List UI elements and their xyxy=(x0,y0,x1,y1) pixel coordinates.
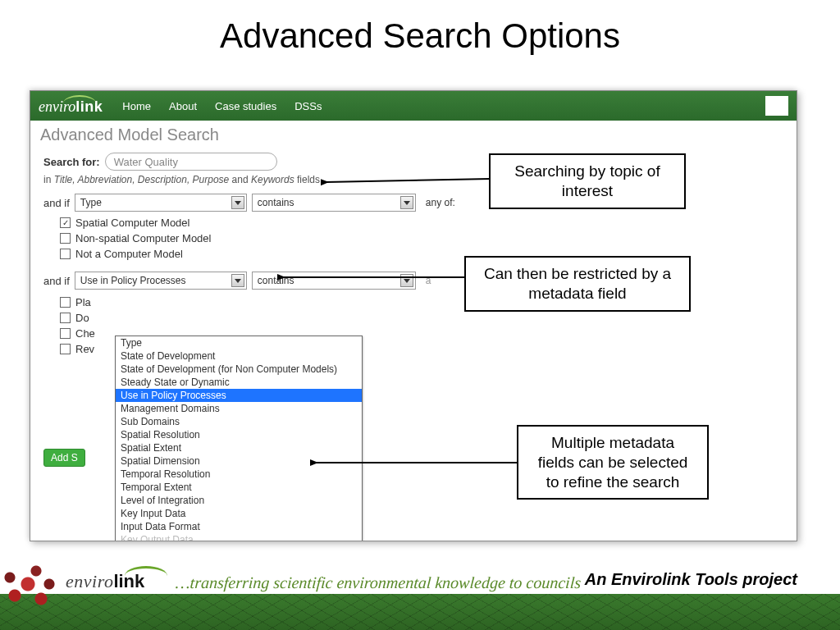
checkbox-notmodel[interactable] xyxy=(60,249,71,259)
dropdown-item[interactable]: Input Data Format xyxy=(116,520,362,533)
callout-topic: Searching by topic of interest xyxy=(489,153,686,209)
field-select-1-value: Type xyxy=(80,197,102,208)
dropdown-item[interactable]: Management Domains xyxy=(116,402,362,415)
nav-about[interactable]: About xyxy=(169,100,197,112)
dropdown-item-selected[interactable]: Use in Policy Processes xyxy=(116,389,362,402)
checkbox-do-label: Do xyxy=(75,312,89,324)
hint-fields: Title, Abbreviation, Description, Purpos… xyxy=(54,174,230,185)
checkbox-notmodel-label: Not a Computer Model xyxy=(75,248,183,260)
checkbox-spatial[interactable] xyxy=(60,217,71,228)
checkbox-rev-label: Rev xyxy=(75,343,94,355)
slide-footer: envirolink …transferring scientific envi… xyxy=(0,559,840,630)
logo-swoosh-icon xyxy=(63,95,96,103)
checkbox-pla-label: Pla xyxy=(75,296,91,308)
arrow-2 xyxy=(277,271,468,284)
and-if-label-1: and if xyxy=(43,197,70,209)
nav-home[interactable]: Home xyxy=(122,100,151,112)
dropdown-item[interactable]: Type xyxy=(116,336,362,349)
arrow-3 xyxy=(310,456,520,469)
dropdown-item[interactable]: State of Development xyxy=(116,349,362,363)
dropdown-item[interactable]: State of Development (for Non Computer M… xyxy=(116,363,362,376)
arrow-1 xyxy=(321,171,493,187)
svg-line-0 xyxy=(326,179,490,182)
nav-dsss[interactable]: DSSs xyxy=(294,100,322,112)
field-select-2-value: Use in Policy Processes xyxy=(80,275,186,286)
dropdown-item[interactable]: Key Input Data xyxy=(116,507,362,520)
footer-tagline: …transferring scientific environmental k… xyxy=(175,573,582,592)
checkbox-spatial-label: Spatial Computer Model xyxy=(75,217,189,229)
dropdown-item[interactable]: Key Output Data xyxy=(116,533,362,541)
add-search-button[interactable]: Add S xyxy=(43,449,85,467)
dropdown-item[interactable]: Temporal Resolution xyxy=(116,468,362,481)
callout-multiple: Multiple metadata fields can be selected… xyxy=(517,425,709,500)
dropdown-item[interactable]: Spatial Resolution xyxy=(116,428,362,441)
logo-swoosh-icon xyxy=(125,566,167,576)
dropdown-item[interactable]: Level of Integration xyxy=(116,494,362,507)
chevron-down-icon xyxy=(231,196,244,209)
slide-title: Advanced Search Options xyxy=(0,16,840,56)
dropdown-item[interactable]: Steady State or Dynamic xyxy=(116,376,362,389)
type-options: Spatial Computer Model Non-spatial Compu… xyxy=(60,217,783,260)
and-if-label-2: and if xyxy=(43,275,70,287)
chevron-down-icon xyxy=(231,274,244,287)
hint-and: and xyxy=(229,174,251,185)
footer-logo: envirolink xyxy=(66,571,144,592)
page-subheader: Advanced Model Search xyxy=(30,121,797,146)
hint-suffix: fields xyxy=(294,174,320,185)
operator-select-1[interactable]: contains xyxy=(252,194,416,212)
field-dropdown-list[interactable]: Type State of Development State of Devel… xyxy=(115,336,363,541)
dropdown-item[interactable]: Temporal Extent xyxy=(116,481,362,494)
dropdown-item[interactable]: Spatial Extent xyxy=(116,441,362,454)
checkbox-nonspatial-label: Non-spatial Computer Model xyxy=(75,232,211,244)
nav-case[interactable]: Case studies xyxy=(215,100,276,112)
operator-select-1-value: contains xyxy=(258,197,294,208)
footer-right: An Envirolink Tools project xyxy=(585,570,797,589)
callout-restrict: Can then be restricted by a metadata fie… xyxy=(464,256,691,312)
hint-prefix: in xyxy=(43,174,54,185)
checkbox-pla[interactable] xyxy=(60,297,71,308)
footer-band xyxy=(0,594,840,630)
checkbox-nonspatial[interactable] xyxy=(60,233,71,244)
field-select-2[interactable]: Use in Policy Processes xyxy=(75,272,247,290)
dropdown-item[interactable]: Sub Domains xyxy=(116,415,362,428)
top-nav: Home About Case studies DSSs xyxy=(122,100,322,112)
search-for-label: Search for: xyxy=(43,156,100,168)
chevron-down-icon xyxy=(400,196,413,209)
search-input[interactable]: Water Quality xyxy=(105,153,277,171)
checkbox-rev[interactable] xyxy=(60,344,71,354)
app-logo: envirolink xyxy=(39,97,103,116)
footer-flowers-icon xyxy=(0,559,59,614)
footer-logo-prefix: enviro xyxy=(66,571,113,591)
hint-last: Keywords xyxy=(251,174,294,185)
checkbox-che-label: Che xyxy=(75,327,95,340)
any-of-label-1: any of: xyxy=(426,197,455,208)
checkbox-che[interactable] xyxy=(60,328,71,339)
header-right-box xyxy=(765,96,788,116)
checkbox-do[interactable] xyxy=(60,313,71,323)
app-header: envirolink Home About Case studies DSSs xyxy=(30,91,797,121)
field-select-1[interactable]: Type xyxy=(75,194,247,212)
